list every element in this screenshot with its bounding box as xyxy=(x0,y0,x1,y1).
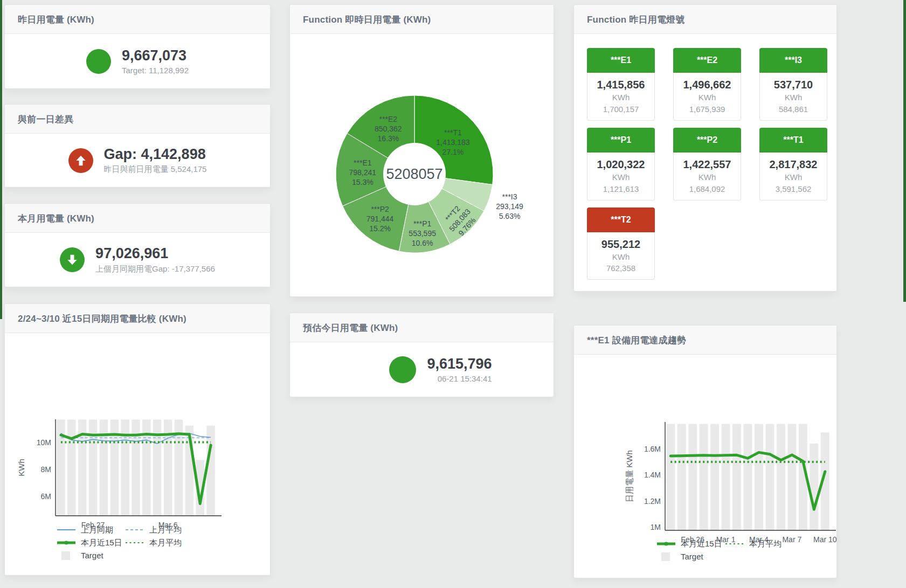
svg-text:KWh: KWh xyxy=(17,459,26,476)
svg-text:上月平均: 上月平均 xyxy=(149,525,182,534)
tile-unit: KWh xyxy=(590,171,652,183)
card-month-usage: 本月用電量 (KWh) 97,026,961 上個月同期用電Gap: -17,3… xyxy=(4,203,271,287)
tile-body: 1,496,662KWh1,675,939 xyxy=(673,73,741,121)
svg-text:本月平均: 本月平均 xyxy=(149,538,182,547)
card-title: ***E1 設備用電達成趨勢 xyxy=(587,335,686,345)
comparison-line-chart: 6M8M10MKWhFeb 27Mar 6上月同期上月平均本月近15日本月平均T… xyxy=(5,333,270,578)
svg-text:5208057: 5208057 xyxy=(386,166,442,182)
tile-target-value: 584,861 xyxy=(762,103,825,115)
tile-status-header: ***E2 xyxy=(673,48,741,73)
card-title: 昨日用電量 (KWh) xyxy=(18,15,94,25)
page-right-edge-strip xyxy=(903,0,906,302)
device-tile-I3: ***I3537,710KWh584,861 xyxy=(759,48,827,121)
device-tile-P2: ***P21,422,557KWh1,684,092 xyxy=(673,128,741,200)
tile-target-value: 762,358 xyxy=(590,262,652,274)
svg-text:1.4M: 1.4M xyxy=(644,471,661,479)
tile-target-value: 1,675,939 xyxy=(676,103,738,115)
card-yesterday-usage: 昨日用電量 (KWh) 9,667,073 Target: 11,128,992 xyxy=(4,4,271,89)
tile-value: 1,422,557 xyxy=(676,157,738,171)
e1-trend-line-chart: 1M1.2M1.4M1.6M日用電量 KWhFeb 26Mar 1Mar 4Ma… xyxy=(574,355,836,580)
device-tile-E2: ***E21,496,662KWh1,675,939 xyxy=(673,48,741,121)
card-title: Function 即時日用電量 (KWh) xyxy=(303,15,431,25)
svg-text:6M: 6M xyxy=(41,492,51,501)
tile-value: 1,496,662 xyxy=(676,78,738,92)
status-circle-icon xyxy=(389,356,416,383)
tile-unit: KWh xyxy=(590,92,652,103)
device-tile-T1: ***T12,817,832KWh3,591,562 xyxy=(759,128,827,200)
card-yesterday-lights: Function 昨日用電燈號 ***E11,415,856KWh1,700,1… xyxy=(573,4,837,292)
svg-text:10M: 10M xyxy=(37,438,51,447)
svg-text:上月同期: 上月同期 xyxy=(81,525,113,534)
tile-status-header: ***P1 xyxy=(587,128,655,153)
month-usage-value: 97,026,961 xyxy=(95,245,215,262)
tile-unit: KWh xyxy=(590,251,652,263)
tile-body: 955,212KWh762,358 xyxy=(587,232,655,280)
tile-value: 955,212 xyxy=(590,237,652,251)
tile-value: 537,710 xyxy=(762,78,825,92)
tile-status-header: ***E1 xyxy=(587,48,655,73)
svg-text:1.2M: 1.2M xyxy=(644,497,661,506)
tile-status-header: ***T2 xyxy=(587,207,655,232)
card-header: Function 即時日用電量 (KWh) xyxy=(290,5,554,34)
svg-text:Target: Target xyxy=(681,552,704,561)
svg-text:本月近15日: 本月近15日 xyxy=(681,539,722,548)
tile-target-value: 1,684,092 xyxy=(676,183,738,195)
svg-text:***I3293,1495.63%: ***I3293,1495.63% xyxy=(496,192,523,220)
tile-unit: KWh xyxy=(762,171,825,183)
device-tile-E1: ***E11,415,856KWh1,700,157 xyxy=(587,48,655,121)
tile-status-header: ***T1 xyxy=(759,128,827,153)
tile-body: 537,710KWh584,861 xyxy=(759,73,827,121)
svg-text:Mar 7: Mar 7 xyxy=(782,535,801,544)
svg-text:Target: Target xyxy=(81,551,104,560)
tile-status-header: ***I3 xyxy=(759,48,827,73)
tile-target-value: 1,121,613 xyxy=(590,183,652,195)
tile-body: 2,817,832KWh3,591,562 xyxy=(759,153,827,200)
card-title: 本月用電量 (KWh) xyxy=(18,213,94,224)
card-e1-trend-chart: ***E1 設備用電達成趨勢 1M1.2M1.4M1.6M日用電量 KWhFeb… xyxy=(573,325,837,578)
tile-unit: KWh xyxy=(676,92,738,103)
tile-target-value: 3,591,562 xyxy=(762,183,825,195)
page-left-edge-strip xyxy=(0,0,2,319)
card-gap-previous-day: 與前一日差異 Gap: 4,142,898 昨日與前日用電量 5,524,175 xyxy=(4,104,271,188)
tile-unit: KWh xyxy=(762,92,825,103)
card-realtime-donut: Function 即時日用電量 (KWh) 5208057***T11,413,… xyxy=(289,4,554,297)
card-header: ***E1 設備用電達成趨勢 xyxy=(574,326,836,355)
device-tile-P1: ***P11,020,322KWh1,121,613 xyxy=(587,128,655,200)
card-header: 與前一日差異 xyxy=(5,105,270,134)
card-header: 昨日用電量 (KWh) xyxy=(5,5,270,34)
realtime-usage-donut-chart: 5208057***T11,413,18327.1%***I3293,1495.… xyxy=(290,34,554,298)
tile-value: 1,415,856 xyxy=(590,78,652,92)
up-arrow-icon xyxy=(68,148,93,173)
card-title: 與前一日差異 xyxy=(18,114,73,124)
card-15day-comparison-chart: 2/24~3/10 近15日同期用電量比較 (KWh) 6M8M10MKWhFe… xyxy=(4,303,271,576)
tile-target-value: 1,700,157 xyxy=(590,103,652,115)
card-header: Function 昨日用電燈號 xyxy=(574,5,836,34)
svg-text:日用電量 KWh: 日用電量 KWh xyxy=(625,450,634,502)
device-tile-T2: ***T2955,212KWh762,358 xyxy=(587,207,655,280)
month-usage-gap: 上個月同期用電Gap: -17,377,566 xyxy=(95,264,215,274)
tile-unit: KWh xyxy=(676,171,738,183)
tile-body: 1,415,856KWh1,700,157 xyxy=(587,73,655,121)
gap-subtitle: 昨日與前日用電量 5,524,175 xyxy=(104,164,207,175)
tile-body: 1,020,322KWh1,121,613 xyxy=(587,153,655,200)
svg-text:本月平均: 本月平均 xyxy=(749,539,781,548)
tile-status-header: ***P2 xyxy=(673,128,741,153)
card-title: Function 昨日用電燈號 xyxy=(587,15,684,25)
down-arrow-icon xyxy=(60,247,85,272)
estimate-timestamp: 06-21 15:34:41 xyxy=(427,374,492,383)
card-title: 2/24~3/10 近15日同期用電量比較 (KWh) xyxy=(18,314,186,324)
svg-text:本月近15日: 本月近15日 xyxy=(81,538,122,547)
yesterday-usage-target: Target: 11,128,992 xyxy=(122,66,189,75)
yesterday-usage-value: 9,667,073 xyxy=(122,47,189,64)
card-header: 預估今日用電量 (KWh) xyxy=(290,313,554,342)
svg-text:8M: 8M xyxy=(41,465,51,474)
estimate-value: 9,615,796 xyxy=(427,356,492,372)
status-circle-icon xyxy=(86,49,111,74)
tile-body: 1,422,557KWh1,684,092 xyxy=(673,153,741,200)
card-title: 預估今日用電量 (KWh) xyxy=(303,323,398,333)
device-light-tiles: ***E11,415,856KWh1,700,157***E21,496,662… xyxy=(574,34,836,294)
svg-text:Mar 10: Mar 10 xyxy=(813,535,837,544)
card-estimate-today: 預估今日用電量 (KWh) 9,615,796 06-21 15:34:41 xyxy=(289,313,554,397)
card-header: 2/24~3/10 近15日同期用電量比較 (KWh) xyxy=(5,304,270,333)
svg-text:1M: 1M xyxy=(651,523,661,531)
